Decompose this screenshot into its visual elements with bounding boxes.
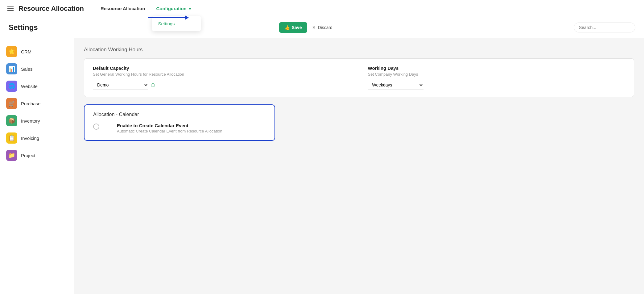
settings-grid: Default Capacity Set General Working Hou… <box>84 58 634 97</box>
sidebar-label-project: Project <box>21 153 35 158</box>
sidebar-item-purchase[interactable]: 🛒 Purchase <box>0 95 74 112</box>
working-days-select-row: Weekdays <box>368 80 625 90</box>
working-days-desc: Set Company Working Days <box>368 72 625 77</box>
sidebar-item-inventory[interactable]: 📦 Inventory <box>0 112 74 129</box>
topnav-menu: Resource Allocation Configuration ▾ Sett… <box>96 3 195 14</box>
default-capacity-desc: Set General Working Hours for Resource A… <box>93 72 350 77</box>
dropdown-settings[interactable]: Settings <box>152 18 201 29</box>
calendar-card: Allocation - Calendar Enable to Create C… <box>84 104 275 141</box>
configuration-dropdown: Settings <box>152 16 201 31</box>
topnav: Resource Allocation Resource Allocation … <box>0 0 644 17</box>
sidebar-label-sales: Sales <box>21 66 33 72</box>
sidebar-label-purchase: Purchase <box>21 101 40 106</box>
app-title: Resource Allocation <box>19 5 84 13</box>
calendar-option-text: Enable to Create Calendar Event Automati… <box>117 123 222 133</box>
section-title: Allocation Working Hours <box>84 47 634 53</box>
default-capacity-label: Default Capacity <box>93 65 350 71</box>
sidebar-item-project[interactable]: 📁 Project <box>0 147 74 164</box>
main-layout: ⭐ CRM 📊 Sales 🌐 Website 🛒 Purchase 📦 Inv… <box>0 38 644 294</box>
thumbsup-icon: 👍 <box>285 25 290 30</box>
website-icon: 🌐 <box>6 81 17 92</box>
working-days-select[interactable]: Weekdays <box>368 80 423 90</box>
sidebar-label-inventory: Inventory <box>21 118 40 124</box>
inventory-icon: 📦 <box>6 115 17 126</box>
default-capacity-select-row: Demo ⬡ <box>93 80 350 90</box>
settings-actions: 👍 Save ✕ Discard <box>279 22 332 33</box>
nav-resource-allocation[interactable]: Resource Allocation <box>96 3 149 14</box>
calendar-option-label: Enable to Create Calendar Event <box>117 123 222 128</box>
sidebar-label-website: Website <box>21 84 38 89</box>
settings-title: Settings <box>9 23 38 32</box>
default-capacity-col: Default Capacity Set General Working Hou… <box>84 59 359 97</box>
sidebar-item-website[interactable]: 🌐 Website <box>0 78 74 95</box>
nav-configuration-wrapper: Configuration ▾ Settings <box>152 3 195 14</box>
divider <box>108 123 108 133</box>
working-days-label: Working Days <box>368 65 625 71</box>
project-icon: 📁 <box>6 150 17 161</box>
sidebar-item-crm[interactable]: ⭐ CRM <box>0 43 74 60</box>
hamburger-menu[interactable] <box>7 6 14 11</box>
nav-configuration[interactable]: Configuration ▾ <box>152 3 195 14</box>
discard-button[interactable]: ✕ Discard <box>312 25 332 30</box>
sidebar-item-sales[interactable]: 📊 Sales <box>0 60 74 78</box>
crm-icon: ⭐ <box>6 46 17 57</box>
save-button[interactable]: 👍 Save <box>279 22 308 33</box>
default-capacity-select[interactable]: Demo <box>93 80 148 90</box>
sidebar: ⭐ CRM 📊 Sales 🌐 Website 🛒 Purchase 📦 Inv… <box>0 38 74 294</box>
expand-icon[interactable]: ⬡ <box>151 82 155 88</box>
x-icon: ✕ <box>312 25 316 30</box>
search-input[interactable] <box>574 23 635 32</box>
calendar-option-desc: Automatic Create Calendar Event from Res… <box>117 129 222 133</box>
purchase-icon: 🛒 <box>6 98 17 109</box>
chevron-down-icon: ▾ <box>189 7 191 11</box>
sales-icon: 📊 <box>6 63 17 74</box>
invoicing-icon: 📋 <box>6 132 17 144</box>
sidebar-label-crm: CRM <box>21 49 31 54</box>
calendar-option: Enable to Create Calendar Event Automati… <box>93 123 266 133</box>
working-days-col: Working Days Set Company Working Days We… <box>359 59 634 97</box>
sidebar-item-invoicing[interactable]: 📋 Invoicing <box>0 129 74 147</box>
settings-header: Settings 👍 Save ✕ Discard <box>0 17 644 38</box>
content-area: Allocation Working Hours Default Capacit… <box>74 38 644 294</box>
sidebar-label-invoicing: Invoicing <box>21 136 39 141</box>
calendar-event-checkbox[interactable] <box>93 124 99 130</box>
calendar-card-title: Allocation - Calendar <box>93 112 266 117</box>
